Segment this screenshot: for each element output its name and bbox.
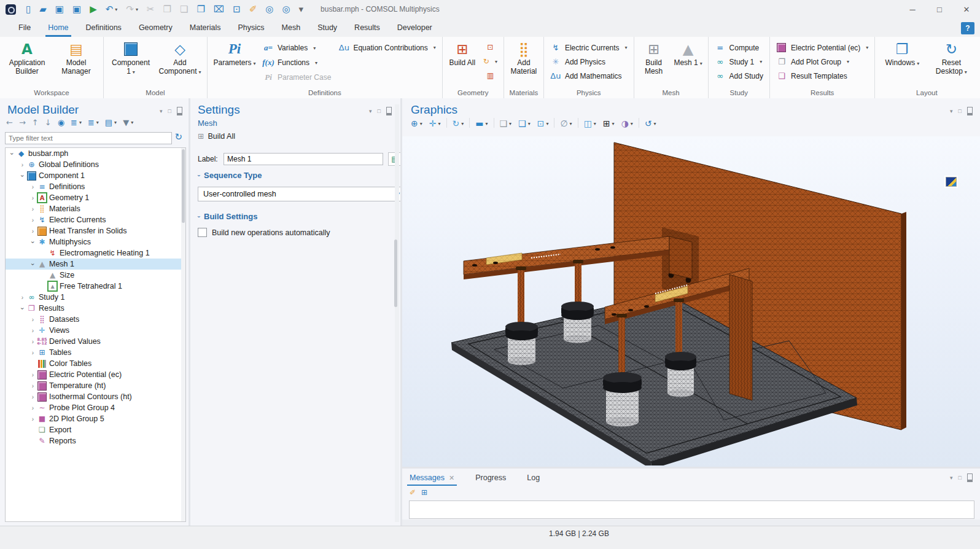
panel-menu-icon[interactable]: ▾ bbox=[950, 108, 953, 114]
tree-expander-icon[interactable]: › bbox=[29, 383, 37, 389]
tree-item-geometry-1[interactable]: ›AGeometry 1 bbox=[6, 192, 185, 203]
tree-item-study-1[interactable]: ›∞Study 1 bbox=[6, 292, 185, 303]
transparency-button[interactable]: ◫▾ bbox=[583, 118, 597, 129]
ribbon-button-virtual-operations-icon[interactable]: ▥ bbox=[481, 71, 500, 80]
copy-to-table-button[interactable]: ⊞ bbox=[421, 488, 427, 497]
menu-tab-file[interactable]: File bbox=[10, 18, 39, 37]
tree-item-views[interactable]: ›✛Views bbox=[6, 325, 185, 336]
close-button[interactable]: ✕ bbox=[953, 0, 980, 18]
tree-expander-icon[interactable]: › bbox=[19, 305, 26, 313]
plot-thumbnail-icon[interactable] bbox=[946, 177, 957, 187]
tree-item-results[interactable]: ›❐Results bbox=[6, 303, 185, 314]
collapse-all-button[interactable]: ≣▾ bbox=[88, 118, 99, 127]
tree-expander-icon[interactable]: › bbox=[29, 405, 37, 411]
tree-item-mesh-1[interactable]: ›▲Mesh 1 bbox=[6, 259, 185, 270]
axis-orientation-button[interactable]: ✛▾ bbox=[428, 118, 442, 129]
tree-expander-icon[interactable]: › bbox=[29, 327, 37, 334]
tree-expander-icon[interactable]: › bbox=[29, 316, 37, 323]
ribbon-button-add-component[interactable]: ◇Add Component▾ bbox=[157, 38, 203, 77]
menu-tab-geometry[interactable]: Geometry bbox=[130, 18, 181, 37]
panel-float-icon[interactable]: □ bbox=[168, 108, 171, 114]
tree-item-export[interactable]: ❏Export bbox=[6, 424, 185, 435]
tree-expander-icon[interactable]: › bbox=[9, 150, 15, 158]
update-plot-button[interactable]: ↺▾ bbox=[644, 118, 658, 129]
customize-toolbar-button[interactable]: ▾ bbox=[299, 4, 304, 15]
default-view-button[interactable]: ▬▾ bbox=[474, 118, 489, 129]
minimize-button[interactable]: ─ bbox=[899, 0, 926, 18]
move-down-button[interactable]: ↓ bbox=[45, 118, 52, 127]
undo-button[interactable]: ↶▾ bbox=[106, 4, 118, 15]
menu-tab-mesh[interactable]: Mesh bbox=[273, 18, 309, 37]
move-up-button[interactable]: ↑ bbox=[32, 118, 39, 127]
tree-expander-icon[interactable]: › bbox=[18, 162, 26, 168]
tree-expander-icon[interactable]: › bbox=[29, 195, 37, 201]
tree-expander-icon[interactable]: › bbox=[29, 228, 37, 235]
menu-tab-developer[interactable]: Developer bbox=[389, 18, 441, 37]
ribbon-button-mesh-1[interactable]: ▲Mesh 1▾ bbox=[672, 38, 704, 68]
tree-expander-icon[interactable]: › bbox=[29, 394, 37, 400]
ribbon-button-result-templates[interactable]: ❑Result Templates bbox=[774, 71, 871, 81]
clear-selection-button[interactable]: ✐ bbox=[249, 4, 257, 15]
tree-expander-icon[interactable]: › bbox=[29, 238, 36, 246]
panel-pin-icon[interactable] bbox=[967, 473, 973, 482]
save-button[interactable]: ▣ bbox=[55, 4, 64, 15]
model-tree-nodes-button[interactable]: ▤▾ bbox=[105, 118, 117, 127]
ribbon-button-reset-desktop[interactable]: ↻Reset Desktop▾ bbox=[928, 38, 974, 77]
build-new-operations-checkbox[interactable] bbox=[198, 228, 207, 237]
menu-tab-results[interactable]: Results bbox=[346, 18, 389, 37]
zoom-extents-button[interactable]: ⊕▾ bbox=[410, 118, 424, 129]
tree-scrollbar[interactable] bbox=[181, 148, 185, 521]
tree-item-heat-transfer-in-solids[interactable]: ›Heat Transfer in Solids bbox=[6, 225, 185, 236]
panel-menu-icon[interactable]: ▾ bbox=[950, 475, 953, 481]
zoom-to-selection-button[interactable]: ◎ bbox=[282, 4, 290, 15]
settings-scrollbar[interactable] bbox=[395, 104, 399, 522]
hide-objects-button[interactable]: ∅▾ bbox=[559, 118, 573, 129]
panel-pin-icon[interactable] bbox=[967, 107, 973, 115]
ribbon-button-add-material[interactable]: ⣿Add Material bbox=[508, 38, 540, 76]
menu-tab-home[interactable]: Home bbox=[39, 18, 77, 37]
tree-item-temperature-ht[interactable]: ›Temperature (ht) bbox=[6, 380, 185, 391]
filter-input[interactable] bbox=[5, 132, 172, 144]
maximize-button[interactable]: □ bbox=[926, 0, 953, 18]
menu-tab-materials[interactable]: Materials bbox=[181, 18, 230, 37]
new-file-button[interactable]: ▯ bbox=[26, 4, 31, 15]
ribbon-button-functions[interactable]: f(x)Functions▾ bbox=[260, 57, 333, 68]
tree-item-electric-potential-ec[interactable]: ›Electric Potential (ec) bbox=[6, 369, 185, 380]
filter-button[interactable]: ▼▾ bbox=[123, 118, 133, 127]
ribbon-button-component-1[interactable]: Component 1▾ bbox=[107, 38, 154, 77]
panel-pin-icon[interactable] bbox=[177, 107, 182, 115]
ribbon-button-windows[interactable]: ❐Windows▾ bbox=[879, 38, 925, 68]
section-sequence-type[interactable]: › Sequence Type bbox=[198, 171, 262, 180]
panel-menu-icon[interactable]: ▾ bbox=[160, 108, 163, 114]
back-button[interactable]: ← bbox=[6, 118, 13, 127]
redo-button[interactable]: ↷▾ bbox=[126, 4, 138, 15]
tree-expander-icon[interactable]: › bbox=[29, 217, 37, 224]
ribbon-button-rebuild-geometry-icon[interactable]: ↻▾ bbox=[481, 56, 500, 66]
grid-button[interactable]: ⊞▾ bbox=[602, 118, 616, 129]
tree-expander-icon[interactable]: › bbox=[29, 338, 37, 345]
tree-item-color-tables[interactable]: Color Tables bbox=[6, 358, 185, 369]
tree-item-global-definitions[interactable]: ›⊕Global Definitions bbox=[6, 159, 185, 170]
panel-float-icon[interactable]: □ bbox=[959, 108, 962, 114]
tree-item-tables[interactable]: ›⊞Tables bbox=[6, 347, 185, 358]
graphics-canvas[interactable] bbox=[402, 136, 980, 467]
clear-messages-button[interactable]: ✐ bbox=[410, 488, 416, 497]
ribbon-button-add-plot-group[interactable]: ❐Add Plot Group▾ bbox=[774, 56, 871, 67]
delete-button[interactable]: ⌧ bbox=[214, 4, 224, 15]
tree-expander-icon[interactable]: › bbox=[29, 206, 37, 212]
tree-item-component-1[interactable]: ›Component 1 bbox=[6, 170, 185, 181]
help-button[interactable]: ? bbox=[961, 22, 974, 34]
zoom-selected-button[interactable]: ◎ bbox=[265, 4, 273, 15]
panel-pin-icon[interactable] bbox=[386, 107, 392, 115]
open-file-button[interactable]: ▰ bbox=[39, 4, 47, 15]
messages-tab-progress[interactable]: Progress bbox=[475, 470, 506, 486]
tree-expander-icon[interactable]: › bbox=[29, 260, 36, 268]
copy-button[interactable]: ❐ bbox=[163, 4, 171, 15]
scene-appearance-button[interactable]: ◑▾ bbox=[620, 118, 634, 129]
tree-expander-icon[interactable]: › bbox=[29, 372, 37, 378]
build-all-button[interactable]: ⊞ Build All bbox=[198, 131, 235, 141]
tree-item-definitions[interactable]: ›≡Definitions bbox=[6, 181, 185, 192]
tree-item-electromagnetic-heating-1[interactable]: ↯Electromagnetic Heating 1 bbox=[6, 247, 185, 259]
show-button[interactable]: ◉ bbox=[58, 118, 64, 127]
ribbon-button-application-builder[interactable]: AApplication Builder bbox=[4, 38, 50, 76]
